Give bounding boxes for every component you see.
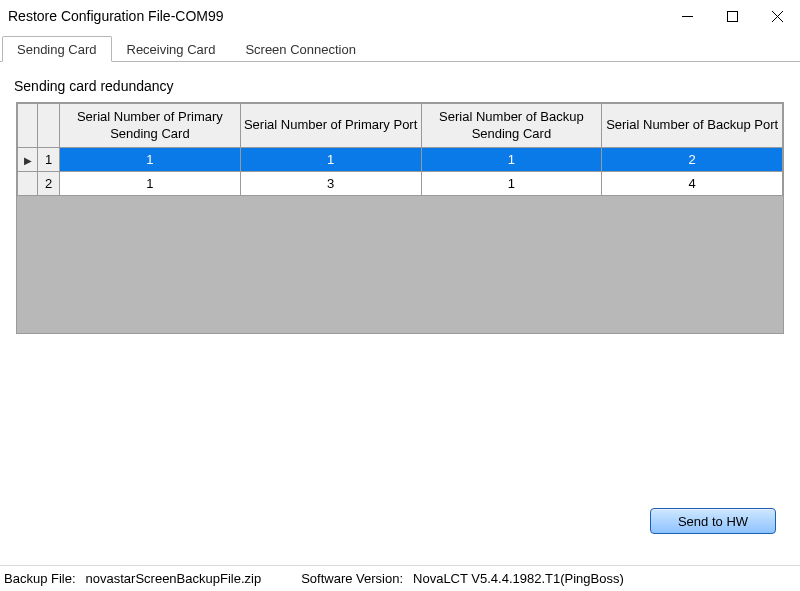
- cell-primary-port[interactable]: 3: [240, 172, 421, 196]
- software-version-value: NovaLCT V5.4.4.1982.T1(PingBoss): [413, 571, 624, 586]
- table-header-row: Serial Number of Primary Sending Card Se…: [18, 104, 783, 148]
- row-selector: [18, 172, 38, 196]
- send-to-hw-button[interactable]: Send to HW: [650, 508, 776, 534]
- table-row[interactable]: 2 1 3 1 4: [18, 172, 783, 196]
- col-primary-card[interactable]: Serial Number of Primary Sending Card: [60, 104, 241, 148]
- maximize-button[interactable]: [710, 1, 755, 31]
- software-version-label: Software Version:: [301, 571, 403, 586]
- row-selector-header: [18, 104, 38, 148]
- cell-primary-port[interactable]: 1: [240, 148, 421, 172]
- cell-backup-card[interactable]: 1: [421, 148, 602, 172]
- minimize-button[interactable]: [665, 1, 710, 31]
- svg-rect-1: [728, 11, 738, 21]
- tab-receiving-card[interactable]: Receiving Card: [112, 36, 231, 62]
- cell-primary-card[interactable]: 1: [60, 172, 241, 196]
- cell-primary-card[interactable]: 1: [60, 148, 241, 172]
- row-pointer-icon: ▶: [24, 155, 32, 166]
- tab-row: Sending Card Receiving Card Screen Conne…: [0, 35, 800, 62]
- row-number: 2: [38, 172, 60, 196]
- row-number: 1: [38, 148, 60, 172]
- window-controls: [665, 1, 800, 31]
- redundancy-table-wrap: Serial Number of Primary Sending Card Se…: [16, 102, 784, 334]
- cell-backup-port[interactable]: 2: [602, 148, 783, 172]
- cell-backup-card[interactable]: 1: [421, 172, 602, 196]
- backup-file-value: novastarScreenBackupFile.zip: [86, 571, 262, 586]
- col-backup-card[interactable]: Serial Number of Backup Sending Card: [421, 104, 602, 148]
- row-selector: ▶: [18, 148, 38, 172]
- window-title: Restore Configuration File-COM99: [8, 8, 665, 24]
- col-backup-port[interactable]: Serial Number of Backup Port: [602, 104, 783, 148]
- redundancy-table[interactable]: Serial Number of Primary Sending Card Se…: [17, 103, 783, 196]
- button-row: Send to HW: [0, 508, 800, 534]
- close-button[interactable]: [755, 1, 800, 31]
- col-primary-port[interactable]: Serial Number of Primary Port: [240, 104, 421, 148]
- cell-backup-port[interactable]: 4: [602, 172, 783, 196]
- status-bar: Backup File: novastarScreenBackupFile.zi…: [0, 565, 800, 591]
- section-heading: Sending card redundancy: [14, 78, 800, 94]
- tab-sending-card[interactable]: Sending Card: [2, 36, 112, 62]
- tab-screen-connection[interactable]: Screen Connection: [230, 36, 371, 62]
- row-number-header: [38, 104, 60, 148]
- table-row[interactable]: ▶ 1 1 1 1 2: [18, 148, 783, 172]
- title-bar: Restore Configuration File-COM99: [0, 0, 800, 32]
- backup-file-label: Backup File:: [4, 571, 76, 586]
